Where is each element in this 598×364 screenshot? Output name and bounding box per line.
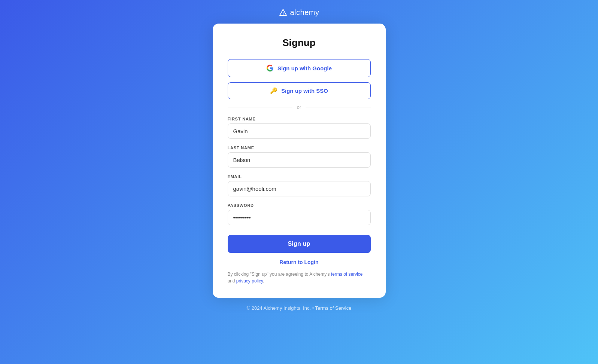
divider-line-left xyxy=(228,107,292,107)
first-name-input[interactable] xyxy=(228,123,371,139)
password-group: PASSWORD xyxy=(228,203,371,225)
signup-button-label: Sign up xyxy=(288,241,310,247)
top-logo-area: alchemy xyxy=(279,8,319,17)
alchemy-logo-icon xyxy=(279,9,287,17)
divider-line-right xyxy=(306,107,370,107)
first-name-label: FIRST NAME xyxy=(228,117,371,121)
terms-of-service-link[interactable]: terms of service xyxy=(331,272,363,277)
sso-signup-button[interactable]: 🔑 Sign up with SSO xyxy=(228,82,371,99)
signup-card: Signup Sign up with Google 🔑 Sign up wit… xyxy=(213,24,386,298)
footer: © 2024 Alchemy Insights, Inc. • Terms of… xyxy=(247,305,352,311)
terms-prefix: By clicking "Sign up" you are agreeing t… xyxy=(228,272,331,277)
key-icon: 🔑 xyxy=(270,88,277,94)
last-name-input[interactable] xyxy=(228,152,371,168)
terms-suffix: . xyxy=(263,278,264,284)
privacy-policy-link[interactable]: privacy policy xyxy=(236,278,263,284)
divider: or xyxy=(228,104,371,110)
google-icon xyxy=(266,64,274,72)
password-input[interactable] xyxy=(228,210,371,225)
last-name-label: LAST NAME xyxy=(228,146,371,150)
brand-name: alchemy xyxy=(290,8,319,17)
terms-middle: and xyxy=(228,278,236,284)
return-login-link[interactable]: Return to Login xyxy=(279,259,318,265)
google-signup-button[interactable]: Sign up with Google xyxy=(228,59,371,77)
email-group: EMAIL xyxy=(228,174,371,196)
email-label: EMAIL xyxy=(228,174,371,179)
first-name-group: FIRST NAME xyxy=(228,117,371,139)
google-signup-label: Sign up with Google xyxy=(277,65,332,71)
last-name-group: LAST NAME xyxy=(228,146,371,168)
email-input[interactable] xyxy=(228,181,371,196)
card-title: Signup xyxy=(228,37,371,49)
terms-container: By clicking "Sign up" you are agreeing t… xyxy=(228,271,371,284)
password-label: PASSWORD xyxy=(228,203,371,208)
return-login-container: Return to Login xyxy=(228,259,371,266)
sso-signup-label: Sign up with SSO xyxy=(281,88,328,94)
footer-text: © 2024 Alchemy Insights, Inc. • xyxy=(247,305,315,311)
signup-button[interactable]: Sign up xyxy=(228,235,371,253)
footer-tos-link[interactable]: Terms of Service xyxy=(315,305,352,311)
divider-text: or xyxy=(297,104,301,110)
